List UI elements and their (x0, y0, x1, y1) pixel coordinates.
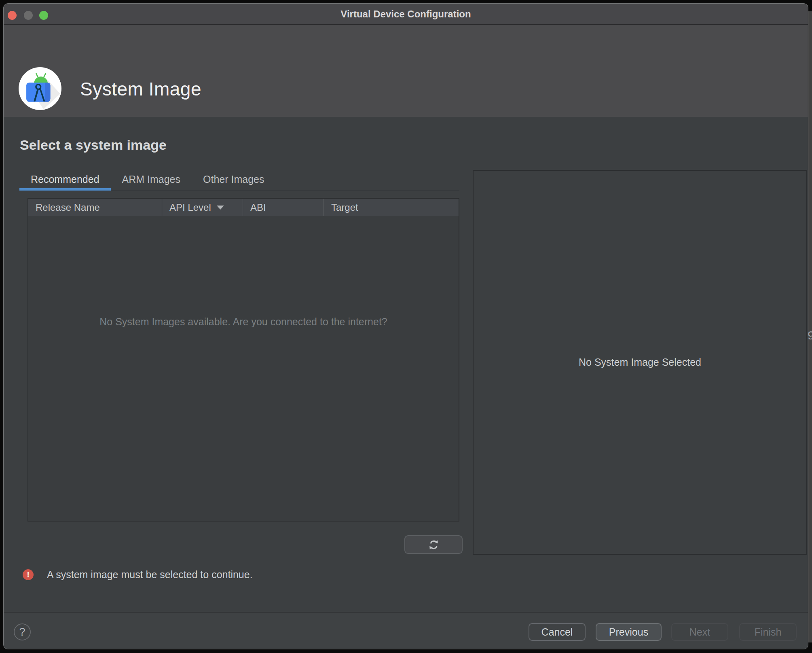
column-header-target[interactable]: Target (324, 199, 459, 216)
column-header-api-level[interactable]: API Level (162, 199, 243, 216)
tab-other-images[interactable]: Other Images (192, 170, 275, 190)
table-header-row: Release Name API Level ABI Target (28, 199, 459, 216)
android-studio-logo-icon (19, 67, 61, 110)
zoom-button[interactable] (39, 11, 48, 20)
image-type-tabs: Recommended ARM Images Other Images (19, 170, 459, 191)
cancel-button[interactable]: Cancel (529, 623, 586, 641)
refresh-icon (427, 539, 440, 551)
validation-message-row: ! A system image must be selected to con… (23, 569, 253, 580)
column-header-abi[interactable]: ABI (243, 199, 324, 216)
help-icon: ? (19, 626, 25, 638)
wizard-header: System Image (4, 25, 808, 117)
validation-message: A system image must be selected to conti… (47, 569, 253, 581)
tab-recommended[interactable]: Recommended (19, 170, 111, 190)
dialog-footer: ? Cancel Previous Next Finish (4, 612, 808, 649)
system-image-detail-panel: No System Image Selected (473, 170, 807, 555)
help-button[interactable]: ? (14, 623, 31, 640)
tab-arm-images[interactable]: ARM Images (111, 170, 192, 190)
system-image-table: Release Name API Level ABI Target No Sys… (27, 198, 459, 522)
close-button[interactable] (8, 11, 17, 20)
refresh-button[interactable] (404, 535, 463, 554)
table-empty-message: No System Images available. Are you conn… (28, 316, 459, 328)
page-title: Select a system image (20, 137, 167, 153)
titlebar: Virtual Device Configuration (4, 4, 808, 25)
column-header-release-name[interactable]: Release Name (28, 199, 162, 216)
virtual-device-configuration-dialog: Virtual Device Configuration System Imag… (3, 3, 808, 649)
detail-empty-message: No System Image Selected (579, 356, 701, 368)
error-icon: ! (23, 569, 34, 580)
window-title: Virtual Device Configuration (4, 4, 808, 25)
previous-button[interactable]: Previous (596, 623, 662, 641)
minimize-button[interactable] (24, 11, 33, 20)
next-button[interactable]: Next (671, 623, 728, 641)
wizard-step-title: System Image (80, 78, 201, 100)
sort-descending-icon (217, 206, 224, 210)
finish-button[interactable]: Finish (739, 623, 797, 641)
